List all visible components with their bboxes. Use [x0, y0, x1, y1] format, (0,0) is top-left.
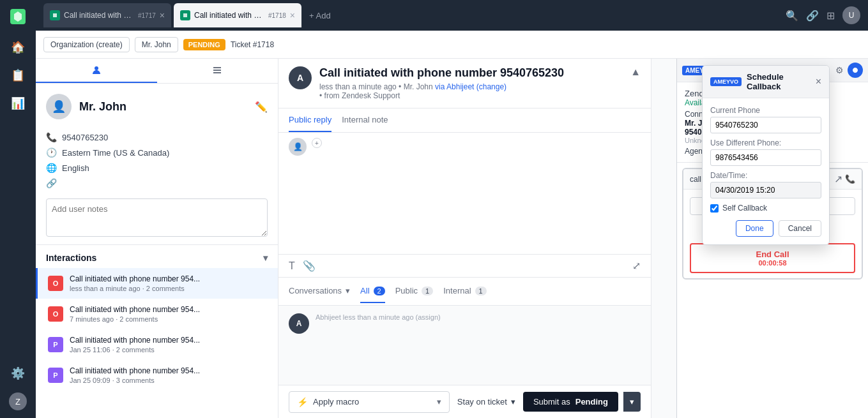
link-icon[interactable]: 🔗 [806, 10, 819, 22]
ticket-meta: less than a minute ago • Mr. John via Ab… [319, 82, 564, 100]
interaction-title-2: Call initiated with phone number 954... [70, 336, 268, 345]
conv-item-0: A Abhijeet less than a minute ago (assig… [289, 313, 641, 334]
different-phone-input[interactable] [710, 149, 821, 166]
user-phone: 9540765230 [62, 133, 108, 142]
interaction-info-2: Call initiated with phone number 954... … [70, 336, 268, 354]
interaction-item-0[interactable]: O Call initiated with phone number 954..… [36, 268, 278, 299]
tab-internal-note[interactable]: Internal note [342, 108, 388, 132]
ticket-assignee-link[interactable]: via Abhijeet [435, 82, 474, 91]
ticket-from: from Zendesk Support [324, 91, 400, 100]
user-notes-input[interactable] [46, 198, 268, 237]
org-create-button[interactable]: Organization (create) [43, 37, 130, 52]
user-name: Mr. John [79, 100, 126, 114]
interaction-item-1[interactable]: O Call initiated with phone number 954..… [36, 299, 278, 329]
self-callback-label[interactable]: Self Callback [722, 204, 767, 213]
different-phone-field: Use Different Phone: [710, 138, 821, 166]
reply-avatar: 👤 [289, 138, 307, 156]
interactions-chevron-icon[interactable]: ▾ [263, 253, 268, 263]
conv-tab-internal[interactable]: Internal 1 [443, 280, 487, 303]
nav-avatar-icon[interactable]: Z [6, 390, 29, 413]
nav-sidebar: 🏠 📋 📊 ⚙️ Z [0, 0, 36, 418]
conv-tab-all[interactable]: All 2 [360, 280, 385, 303]
side-panel-gear-icon[interactable]: ⚙ [835, 65, 844, 75]
submit-button[interactable]: Submit as Pending [523, 392, 618, 412]
modal-body: Current Phone Use Different Phone: Date/… [703, 98, 829, 244]
user-link-detail: 🔗 [36, 175, 278, 191]
tab-1718[interactable]: Call initiated with phone nu... #1718 × [174, 3, 301, 27]
ticket-change-label[interactable]: (change) [476, 82, 506, 91]
reply-input[interactable] [278, 156, 651, 251]
conv-internal-badge: 1 [475, 287, 487, 295]
done-button[interactable]: Done [736, 220, 773, 237]
ticket-expand-icon[interactable]: ▲ [630, 66, 641, 78]
ticket-user: Mr. John [404, 82, 433, 91]
text-format-icon[interactable]: T [289, 260, 295, 272]
interaction-meta-3: Jan 25 09:09 · 3 comments [70, 377, 268, 384]
edit-user-icon[interactable]: ✏️ [255, 101, 268, 113]
globe-icon: 🌐 [46, 163, 57, 173]
ticket-avatar: A [289, 66, 312, 89]
tab-1717-close-icon[interactable]: × [160, 10, 165, 20]
user-name-button[interactable]: Mr. John [135, 37, 178, 52]
tab-1718-close-icon[interactable]: × [290, 10, 295, 20]
svg-rect-3 [213, 70, 221, 71]
self-callback-checkbox[interactable] [710, 204, 719, 213]
tab-1717-label: Call initiated with phone nu... [64, 11, 134, 20]
end-call-button[interactable]: End Call 00:00:58 [690, 243, 855, 273]
cancel-button[interactable]: Cancel [779, 220, 821, 237]
interaction-item-3[interactable]: P Call initiated with phone number 954..… [36, 360, 278, 391]
conv-conversations-chevron-icon: ▾ [346, 286, 350, 295]
conv-content-0: Abhijeet less than a minute ago (assign) [316, 313, 441, 334]
current-phone-input[interactable] [710, 117, 821, 133]
call-widget-external-icon[interactable]: ↗ [834, 173, 842, 185]
ticket-area: A Call initiated with phone number 95407… [278, 59, 651, 418]
end-call-label: End Call [696, 250, 849, 259]
apply-macro-button[interactable]: ⚡ Apply macro ▾ [289, 391, 450, 413]
nav-settings-icon[interactable]: ⚙️ [6, 362, 29, 385]
conv-tab-public[interactable]: Public 1 [395, 280, 434, 303]
bottom-bar: ⚡ Apply macro ▾ Stay on ticket ▾ Submit … [278, 385, 651, 418]
left-tab-user[interactable] [36, 59, 157, 83]
interaction-info-0: Call initiated with phone number 954... … [70, 274, 268, 292]
interactions-section-header: Interactions ▾ [36, 244, 278, 268]
nav-logo-icon[interactable] [6, 5, 29, 28]
conversation-tabs: Conversations ▾ All 2 Public 1 Internal … [278, 278, 651, 306]
left-tab-list[interactable] [157, 59, 278, 83]
datetime-input[interactable] [710, 182, 821, 198]
interactions-list: O Call initiated with phone number 954..… [36, 268, 278, 391]
tab-add-button[interactable]: + Add [304, 8, 336, 23]
conv-internal-label: Internal [443, 286, 471, 295]
call-widget-phone-icon[interactable]: 📞 [845, 174, 855, 184]
attachment-icon[interactable]: 📎 [303, 260, 316, 272]
tab-1718-icon [180, 10, 190, 20]
expand-icon[interactable]: ⤢ [632, 260, 641, 272]
conv-all-label: All [360, 286, 369, 295]
user-avatar-icon[interactable]: U [842, 6, 860, 24]
conv-tab-conversations[interactable]: Conversations ▾ [289, 280, 350, 303]
add-recipient-icon[interactable]: + [312, 138, 322, 148]
phone-icon: 📞 [46, 132, 57, 142]
search-icon[interactable]: 🔍 [786, 10, 798, 22]
different-phone-label: Use Different Phone: [710, 138, 821, 147]
svg-rect-2 [213, 67, 221, 68]
interaction-meta-0: less than a minute ago · 2 comments [70, 285, 268, 292]
interaction-title-0: Call initiated with phone number 954... [70, 274, 268, 283]
datetime-label: Date/Time: [710, 171, 821, 180]
interaction-meta-1: 7 minutes ago · 2 comments [70, 315, 268, 323]
submit-chevron-icon[interactable]: ▾ [623, 392, 641, 412]
nav-tickets-icon[interactable]: 📋 [6, 64, 29, 87]
interaction-badge-2: P [48, 337, 63, 352]
grid-icon[interactable]: ⊞ [826, 10, 835, 22]
breadcrumb-bar: Organization (create) Mr. John PENDING T… [36, 31, 868, 59]
nav-reports-icon[interactable]: 📊 [6, 92, 29, 115]
tab-public-reply[interactable]: Public reply [289, 108, 331, 132]
stay-on-ticket-button[interactable]: Stay on ticket ▾ [457, 397, 515, 407]
modal-close-icon[interactable]: × [816, 77, 821, 87]
user-info-section: 👤 Mr. John ✏️ [36, 84, 278, 130]
interaction-item-2[interactable]: P Call initiated with phone number 954..… [36, 329, 278, 360]
tab-1718-label: Call initiated with phone nu... [194, 11, 264, 20]
tab-1717[interactable]: Call initiated with phone nu... #1717 × [43, 3, 171, 27]
nav-home-icon[interactable]: 🏠 [6, 36, 29, 59]
svg-rect-4 [213, 72, 221, 73]
reply-area: 👤 + T 📎 ⤢ [278, 133, 651, 278]
